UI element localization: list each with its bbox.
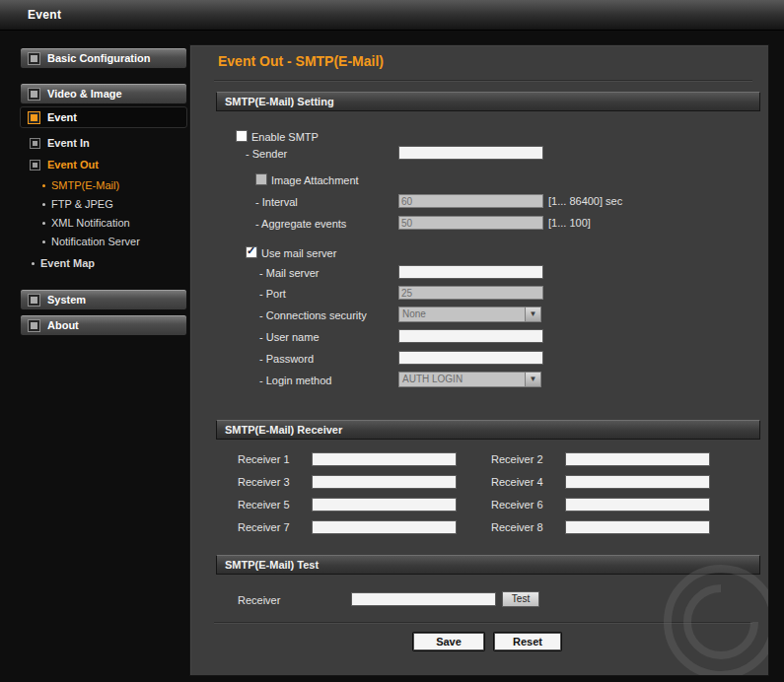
aggregate-events-input[interactable] <box>398 216 543 230</box>
sidebar-item-notification-server[interactable]: Notification Server <box>42 236 140 247</box>
sidebar-item-label: Event In <box>47 137 90 149</box>
receiver-4-label: Receiver 4 <box>491 476 565 488</box>
sidebar-item-event-map[interactable]: Event Map <box>32 257 95 269</box>
connections-security-value: None <box>402 308 426 319</box>
app-window: Event Basic Configuration Video & Image … <box>0 0 784 682</box>
bullet-icon <box>42 240 45 243</box>
receiver-7-label: Receiver 7 <box>238 521 312 533</box>
use-mail-server-checkbox[interactable] <box>246 246 257 258</box>
sidebar-item-label: Event Map <box>40 257 95 269</box>
sidebar-item-label: About <box>47 319 79 331</box>
sidebar-item-label: FTP & JPEG <box>51 198 113 210</box>
main-content-panel: Event Out - SMTP(E-Mail) SMTP(E-Mail) Se… <box>189 44 769 676</box>
image-attachment-label: Image Attachment <box>271 173 359 187</box>
sidebar-item-event-out[interactable]: Event Out <box>30 159 99 170</box>
bullet-icon <box>42 184 45 187</box>
page-title: Event Out - SMTP(E-Mail) <box>218 53 384 69</box>
about-icon <box>28 319 40 332</box>
enable-smtp-checkbox[interactable] <box>236 130 248 142</box>
sidebar-item-event-in[interactable]: Event In <box>30 137 90 149</box>
enable-smtp-row: Enable SMTP <box>216 129 760 145</box>
sender-input[interactable] <box>398 146 543 160</box>
port-label: - Port <box>259 287 286 301</box>
aggregate-events-row: - Aggregate events [1... 100] <box>216 216 760 232</box>
receiver-8-label: Receiver 8 <box>491 521 565 533</box>
event-icon <box>28 111 40 124</box>
user-name-label: - User name <box>259 330 320 344</box>
sidebar-item-smtp-email[interactable]: SMTP(E-Mail) <box>42 179 119 191</box>
receiver-grid: Receiver 1 Receiver 2 Receiver 3 Receive… <box>238 451 708 534</box>
login-method-row: - Login method AUTH LOGIN ▼ <box>216 373 760 388</box>
bullet-icon <box>32 262 35 265</box>
image-attachment-row: Image Attachment <box>216 172 760 188</box>
reset-button[interactable]: Reset <box>494 633 561 650</box>
receiver-6-label: Receiver 6 <box>491 499 565 511</box>
sidebar-item-label: SMTP(E-Mail) <box>51 179 119 191</box>
sidebar-item-label: Basic Configuration <box>47 52 151 64</box>
sidebar-item-xml-notification[interactable]: XML Notification <box>42 217 130 229</box>
separator <box>214 80 752 81</box>
window-title: Event <box>28 8 61 22</box>
sidebar-item-label: Notification Server <box>51 236 140 247</box>
event-out-icon <box>30 160 40 170</box>
test-button[interactable]: Test <box>502 591 539 607</box>
interval-row: - Interval [1... 86400] sec <box>216 194 760 210</box>
image-attachment-checkbox[interactable] <box>255 173 267 185</box>
receiver-1-input[interactable] <box>312 452 457 466</box>
bullet-icon <box>42 203 45 206</box>
sidebar-item-system[interactable]: System <box>20 289 187 310</box>
logo-watermark <box>638 547 769 676</box>
event-in-icon <box>30 138 40 149</box>
use-mail-server-label: Use mail server <box>261 246 336 260</box>
port-row: - Port <box>216 286 760 302</box>
interval-range-label: [1... 86400] sec <box>548 195 622 207</box>
section-header-smtp-receiver: SMTP(E-Mail) Receiver <box>216 420 760 440</box>
test-receiver-label: Receiver <box>238 593 280 607</box>
receiver-6-input[interactable] <box>565 498 710 512</box>
sidebar-item-label: System <box>47 294 86 306</box>
sender-row: - Sender <box>216 146 760 162</box>
connections-security-label: - Connections security <box>259 308 367 322</box>
section-header-smtp-setting: SMTP(E-Mail) Setting <box>216 92 760 111</box>
dropdown-arrow-icon: ▼ <box>525 373 540 386</box>
password-input[interactable] <box>398 351 543 365</box>
port-input[interactable] <box>398 286 543 300</box>
receiver-5-input[interactable] <box>312 498 457 512</box>
receiver-3-input[interactable] <box>312 475 457 489</box>
interval-label: - Interval <box>255 195 298 209</box>
sidebar-item-ftp-jpeg[interactable]: FTP & JPEG <box>42 198 113 210</box>
receiver-3-label: Receiver 3 <box>238 476 312 488</box>
aggregate-range-label: [1... 100] <box>548 217 591 229</box>
receiver-4-input[interactable] <box>565 475 710 489</box>
sidebar-item-label: Video & Image <box>47 88 122 100</box>
sidebar-item-basic-configuration[interactable]: Basic Configuration <box>20 47 187 69</box>
receiver-2-label: Receiver 2 <box>491 453 565 465</box>
mail-server-input[interactable] <box>398 265 543 279</box>
sidebar-item-video-image[interactable]: Video & Image <box>20 83 187 104</box>
receiver-1-label: Receiver 1 <box>238 453 312 465</box>
aggregate-events-label: - Aggregate events <box>255 217 346 231</box>
sidebar-item-event[interactable]: Event <box>20 106 187 128</box>
window-titlebar: Event <box>0 0 784 31</box>
password-label: - Password <box>259 352 314 366</box>
login-method-select[interactable]: AUTH LOGIN ▼ <box>398 372 541 387</box>
sidebar-item-label: XML Notification <box>51 217 130 229</box>
interval-input[interactable] <box>398 194 543 208</box>
sidebar-item-label: Event Out <box>47 159 99 170</box>
connections-security-select[interactable]: None ▼ <box>398 307 541 322</box>
basic-configuration-icon <box>28 52 40 65</box>
sidebar-item-label: Event <box>47 111 77 123</box>
test-receiver-input[interactable] <box>351 592 496 606</box>
system-icon <box>28 294 40 307</box>
receiver-2-input[interactable] <box>565 452 710 466</box>
receiver-8-input[interactable] <box>565 520 710 534</box>
sidebar-item-about[interactable]: About <box>20 314 187 336</box>
dropdown-arrow-icon: ▼ <box>525 307 540 321</box>
use-mail-server-row: Use mail server <box>216 245 760 261</box>
save-button[interactable]: Save <box>413 633 484 650</box>
video-image-icon <box>28 88 40 101</box>
user-name-input[interactable] <box>398 329 543 343</box>
enable-smtp-label: Enable SMTP <box>251 130 319 144</box>
password-row: - Password <box>216 351 760 367</box>
receiver-7-input[interactable] <box>312 520 457 534</box>
